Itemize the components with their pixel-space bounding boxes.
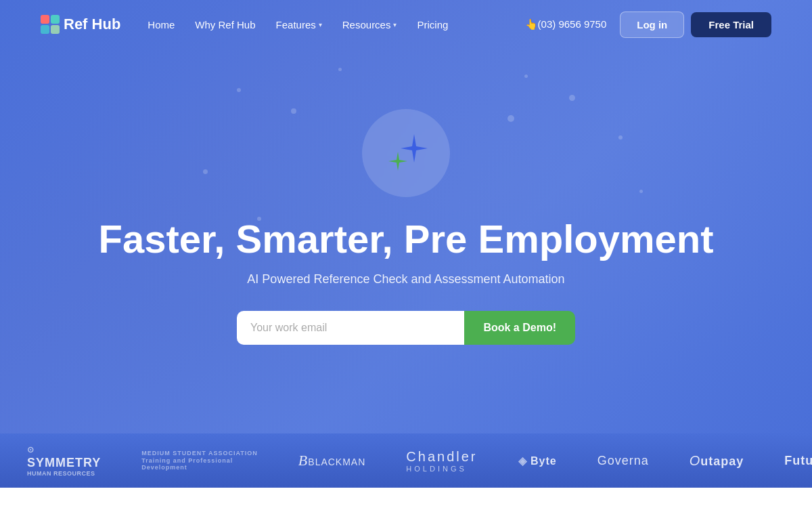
email-input[interactable] <box>237 311 464 345</box>
decorative-dot <box>203 169 208 174</box>
logo-blackman: MEDIUM STUDENT ASSOCIATIONTraining and P… <box>141 450 258 471</box>
sparkle-svg <box>379 126 433 180</box>
sparkle-icon-container <box>362 109 450 197</box>
hero-section: Faster, Smarter, Pre Employment AI Power… <box>0 0 812 433</box>
nav-item-resources[interactable]: Resources▾ <box>342 19 397 30</box>
logo-b-blackman: BBLACKMAN <box>298 452 365 469</box>
nav-item-home[interactable]: Home <box>148 19 175 30</box>
nav-links: Home Why Ref Hub Features▾ Resources▾ Pr… <box>148 19 524 30</box>
svg-rect-3 <box>51 25 60 34</box>
email-form: Book a Demo! <box>237 311 575 345</box>
logo-chandler: Chandler HOLDINGS <box>406 449 477 473</box>
logo-governa: Governa <box>597 454 649 468</box>
chevron-down-icon: ▾ <box>393 21 397 28</box>
nav-item-why[interactable]: Why Ref Hub <box>195 19 255 30</box>
logo[interactable]: Ref Hub <box>41 15 120 34</box>
logo-symmetry: ⊙ SYMMETRY HUMAN RESOURCES <box>27 445 101 477</box>
decorative-dot <box>618 135 623 140</box>
sparkle-circle <box>362 109 450 197</box>
svg-rect-0 <box>41 15 49 24</box>
logo-icon <box>41 15 60 34</box>
sparkle-blue-icon <box>401 134 428 163</box>
decorative-dot <box>569 95 575 101</box>
svg-rect-2 <box>41 25 49 34</box>
book-demo-button[interactable]: Book a Demo! <box>464 311 575 345</box>
logo-text: Ref Hub <box>64 16 120 33</box>
decorative-dot <box>237 88 241 92</box>
logo-future: FutureT <box>784 454 812 468</box>
nav-item-features[interactable]: Features▾ <box>276 19 322 30</box>
hero-subtitle: AI Powered Reference Check and Assessmen… <box>247 272 564 287</box>
chevron-down-icon: ▾ <box>319 21 322 28</box>
nav-item-pricing[interactable]: Pricing <box>417 19 448 30</box>
logo-outapay: Outapay <box>690 453 744 469</box>
decorative-dot <box>524 75 528 78</box>
logo-byte: ◈ Byte <box>518 454 557 467</box>
decorative-dot <box>291 108 296 114</box>
free-trial-button[interactable]: Free Trial <box>691 12 771 37</box>
decorative-dot <box>508 115 514 122</box>
hero-title: Faster, Smarter, Pre Employment <box>98 217 713 261</box>
bottom-section: Avoid Hiring Blind Spots <box>0 488 812 508</box>
phone-link[interactable]: 👆(03) 9656 9750 <box>525 18 607 30</box>
login-button[interactable]: Log in <box>620 12 684 38</box>
logos-inner: ⊙ SYMMETRY HUMAN RESOURCES MEDIUM STUDEN… <box>0 445 812 477</box>
logos-strip: ⊙ SYMMETRY HUMAN RESOURCES MEDIUM STUDEN… <box>0 433 812 488</box>
svg-rect-1 <box>51 15 60 24</box>
navbar: Ref Hub Home Why Ref Hub Features▾ Resou… <box>0 0 812 49</box>
sparkle-green-icon <box>388 152 407 171</box>
decorative-dot <box>338 68 342 71</box>
decorative-dot <box>639 190 643 193</box>
